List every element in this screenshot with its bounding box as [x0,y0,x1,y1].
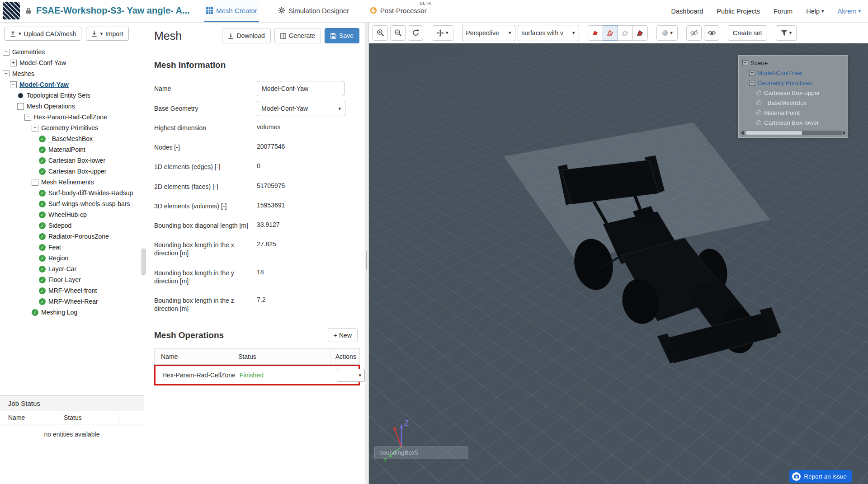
tree-item-surf-body-diff-wsides-radsup[interactable]: ✓Surf-body-diff-Wsides-Radsup [0,188,144,198]
tree-item-label: Surf-wings-wheels-susp-bars [48,200,130,207]
collapse-icon[interactable]: − [10,81,17,88]
tree-item-topological-entity-sets[interactable]: Topological Entity Sets [0,90,144,101]
scene-tree-item-cartesian-box-upper[interactable]: Cartesian Box-upper [741,88,846,98]
scene-tree-item-cartesian-box-lower[interactable]: Cartesian Box-lower [741,117,846,127]
row-actions-dropdown[interactable]: ▾ [337,369,365,382]
nav-dashboard[interactable]: Dashboard [671,8,703,15]
field-label: 2D elements (faces) [-] [154,182,257,191]
collapse-icon[interactable]: − [3,49,9,56]
expand-icon[interactable]: + [749,70,755,76]
field-row: Name [154,81,358,96]
tree-item-meshing-log[interactable]: ✓Meshing Log [0,307,144,318]
render-surface-edges-button[interactable] [632,25,648,41]
visibility-icon[interactable] [756,100,761,105]
tree-item-meshes[interactable]: −Meshes [0,68,144,79]
nav-help[interactable]: Help▾ [806,8,824,15]
tab-post-processor[interactable]: BETA Post-Processor [368,0,429,22]
tree-item-model-conf-yaw[interactable]: +Model-Conf-Yaw [0,57,144,68]
projection-select[interactable]: Perspective ▾ [462,25,515,41]
tree-item-floor-layer[interactable]: ✓Floor-Layer [0,274,144,285]
tree-item-radiator-porouszone[interactable]: ✓Radiator-PorousZone [0,231,144,242]
collapse-icon[interactable]: − [749,80,755,86]
tab-mesh-creator[interactable]: Mesh Creator [204,0,259,22]
nav-public-projects[interactable]: Public Projects [717,8,760,15]
tree-item-model-conf-yaw[interactable]: −Model-Conf-Yaw [0,79,144,90]
create-set-button[interactable]: Create set [728,25,767,41]
tree-item-sidepod[interactable]: ✓Sidepod [0,220,144,231]
tree-item-cartesian-box-lower[interactable]: ✓Cartesian Box-lower [0,155,144,166]
hide-selection-button[interactable] [686,25,702,41]
tree-item-geometry-primitives[interactable]: −Geometry Primitives [0,122,144,133]
zoom-out-button[interactable] [390,25,406,41]
scene-tree-item-geometry-primitives[interactable]: −Geometry Primitives [741,78,846,88]
collapse-icon[interactable]: − [17,103,24,110]
filter-button[interactable]: ▾ [776,25,797,41]
scroll-left-icon[interactable] [741,131,744,135]
expand-icon[interactable]: + [10,60,17,66]
circle-icon [18,93,23,98]
divider-grip[interactable] [366,251,367,270]
tree-item-wheelhub-cp[interactable]: ✓WheelHub-cp [0,209,144,220]
show-selection-button[interactable] [704,25,719,41]
3d-scene[interactable]: Z Y −Scene+Model-Conf-Yaw−Geometry Primi… [368,43,868,484]
project-title[interactable]: FSAE-Workshop-S3- Yaw angle- A... [36,5,190,16]
tree-item-geometries[interactable]: −Geometries [0,47,144,57]
generate-button[interactable]: Generate [274,28,321,43]
nav-user[interactable]: Akrem▾ [838,8,861,15]
visibility-icon[interactable] [756,110,761,115]
tree-item-hex-param-rad-cellzone[interactable]: −Hex-Param-Rad-CellZone [0,112,144,122]
mesh-name-input[interactable] [257,81,344,96]
sidebar-resize-grip[interactable] [142,249,146,275]
report-issue-button[interactable]: Report an issue [789,470,852,483]
job-empty-text: no entities available [0,424,144,438]
render-wireframe-button[interactable] [603,25,618,41]
tree-item-mrf-wheel-rear[interactable]: ✓MRF-Wheel-Rear [0,296,144,307]
import-button[interactable]: ▾ Import [86,27,128,41]
color-picker-button[interactable]: ▾ [656,25,678,41]
base-geometry-select[interactable]: Model-Conf-Yaw ▾ [257,101,345,116]
collapse-icon[interactable]: − [742,60,748,66]
pan-tool-button[interactable]: ▾ [432,25,453,41]
tree-item-surf-wings-wheels-susp-bars[interactable]: ✓Surf-wings-wheels-susp-bars [0,198,144,209]
collapse-icon[interactable]: − [32,179,38,186]
render-solid-button[interactable] [588,25,603,41]
ops-table-row[interactable]: Hex-Param-Rad-CellZone Finished ▾ [156,367,358,384]
nav-forum[interactable]: Forum [774,8,793,15]
scene-tree-item-scene[interactable]: −Scene [741,58,846,68]
visibility-icon[interactable] [756,90,761,95]
scene-tree-item-model-conf-yaw[interactable]: +Model-Conf-Yaw [741,68,846,78]
visibility-icon[interactable] [756,120,761,125]
scene-tree-item--basemeshbox[interactable]: _BaseMeshBox [741,98,846,108]
scene-tree-rows: −Scene+Model-Conf-Yaw−Geometry Primitive… [741,58,846,127]
upload-cad-button[interactable]: ▾ Upload CAD/mesh [5,27,81,41]
save-label: Save [339,32,354,39]
tree-item--basemeshbox[interactable]: ✓_BaseMeshBox [0,133,144,144]
tree-item-region[interactable]: ✓Region [0,253,144,263]
scrollbar-track[interactable] [745,131,842,135]
app-logo[interactable] [3,2,20,19]
render-mode-select[interactable]: surfaces with v ▾ [518,25,579,41]
tree-item-mesh-operations[interactable]: −Mesh Operations [0,101,144,112]
tree-item-feat[interactable]: ✓Feat [0,242,144,253]
scene-tree-item-materialpoint[interactable]: MaterialPoint [741,108,846,117]
scene-tree-scrollbar[interactable] [741,130,846,136]
tab-simulation-designer[interactable]: Simulation Designer [276,0,351,22]
new-operation-button[interactable]: + New [328,328,358,342]
zoom-in-button[interactable] [373,25,388,41]
reset-view-button[interactable] [408,25,423,41]
scroll-right-icon[interactable] [843,131,846,135]
download-button[interactable]: Download [222,28,270,43]
save-button[interactable]: Save [325,28,359,43]
render-hidden-button[interactable] [618,25,633,41]
tree-item-mesh-refinements[interactable]: −Mesh Refinements [0,177,144,188]
collapse-icon[interactable]: − [32,125,38,132]
tree-item-cartesian-box-upper[interactable]: ✓Cartesian Box-upper [0,166,144,177]
tree-item-layer-car[interactable]: ✓Layer-Car [0,263,144,274]
panel-resize-divider[interactable] [365,23,369,484]
scrollbar-handle[interactable] [745,131,802,135]
project-tree: −Geometries+Model-Conf-Yaw−Meshes−Model-… [0,45,144,318]
tree-item-mrf-wheel-front[interactable]: ✓MRF-Wheel-front [0,285,144,296]
collapse-icon[interactable]: − [3,70,9,77]
tree-item-materialpoint[interactable]: ✓MaterialPoint [0,144,144,155]
collapse-icon[interactable]: − [24,114,31,121]
